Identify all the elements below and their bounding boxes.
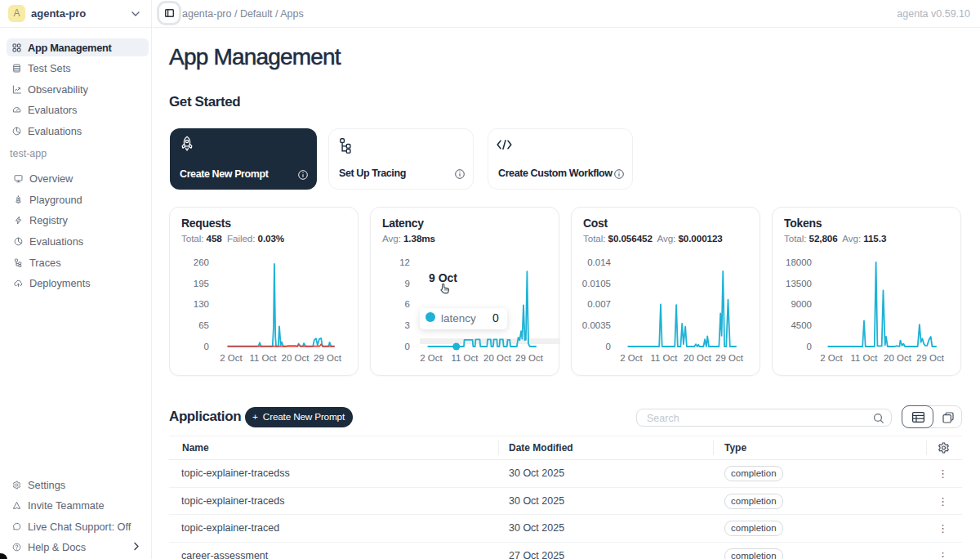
svg-text:0: 0 [204,342,209,351]
svg-text:0.007: 0.007 [587,299,611,309]
svg-text:2 Oct: 2 Oct [820,353,843,363]
svg-text:9: 9 [405,279,410,288]
svg-text:195: 195 [194,279,209,288]
svg-text:13500: 13500 [786,279,812,288]
svg-text:20 Oct: 20 Oct [483,353,512,363]
svg-text:2 Oct: 2 Oct [220,353,243,363]
svg-text:11 Oct: 11 Oct [249,353,277,363]
svg-text:130: 130 [194,299,209,309]
svg-text:0.014: 0.014 [587,257,611,267]
svg-text:11 Oct: 11 Oct [451,353,479,363]
svg-text:0: 0 [606,342,611,351]
svg-text:260: 260 [194,257,209,267]
svg-text:11 Oct: 11 Oct [650,353,678,363]
svg-text:4500: 4500 [791,320,812,330]
svg-text:20 Oct: 20 Oct [282,353,310,363]
svg-text:29 Oct: 29 Oct [314,353,342,363]
svg-text:65: 65 [198,320,209,330]
svg-text:2 Oct: 2 Oct [420,353,443,363]
svg-text:0.0035: 0.0035 [582,320,611,330]
svg-text:12: 12 [399,257,410,267]
svg-text:29 Oct: 29 Oct [916,353,945,363]
svg-text:3: 3 [405,320,410,330]
svg-text:0: 0 [807,342,812,351]
svg-text:29 Oct: 29 Oct [715,353,744,363]
svg-text:9000: 9000 [791,299,812,309]
svg-text:18000: 18000 [786,257,812,267]
svg-text:20 Oct: 20 Oct [684,353,712,363]
svg-text:0.0105: 0.0105 [582,279,611,288]
svg-text:11 Oct: 11 Oct [850,353,878,363]
svg-text:29 Oct: 29 Oct [515,353,544,363]
svg-text:6: 6 [405,299,410,309]
svg-text:0: 0 [405,342,410,351]
svg-text:2 Oct: 2 Oct [620,353,643,363]
svg-text:20 Oct: 20 Oct [884,353,912,363]
